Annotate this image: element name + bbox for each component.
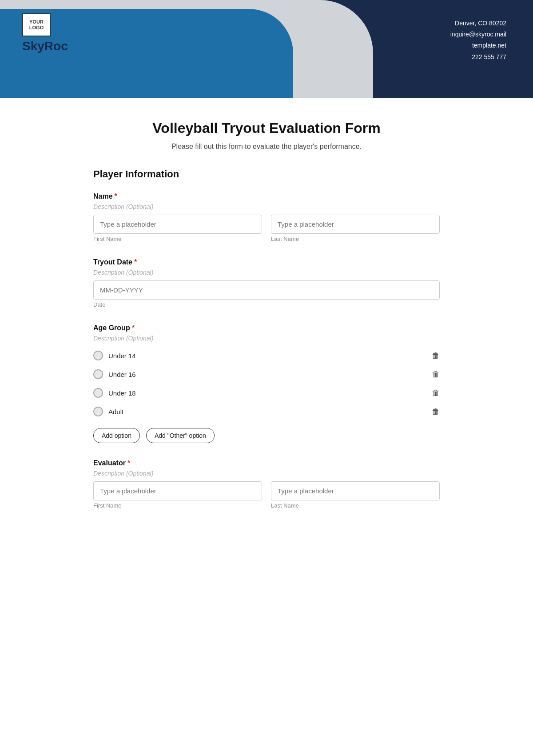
age-option-under14: Under 14 🗑 — [93, 346, 440, 365]
evaluator-last-name-sublabel: Last Name — [271, 502, 440, 509]
radio-under18[interactable] — [93, 388, 103, 398]
evaluator-last-name-input[interactable] — [271, 481, 440, 500]
name-sublabel-row: First Name Last Name — [93, 234, 440, 242]
form-title: Volleyball Tryout Evaluation Form — [93, 120, 440, 136]
evaluator-label: Evaluator* — [93, 459, 440, 467]
age-option-adult: Adult 🗑 — [93, 402, 440, 421]
field-tryout-date: Tryout Date* Description (Optional) Date — [93, 258, 440, 308]
age-option-under18: Under 18 🗑 — [93, 384, 440, 402]
add-other-option-button[interactable]: Add "Other" option — [146, 428, 215, 443]
contact-email: inquire@skyroc.mail — [450, 29, 506, 40]
contact-website: template.net — [450, 40, 506, 51]
radio-under14-label: Under 14 — [108, 352, 136, 360]
first-name-sublabel: First Name — [93, 236, 262, 242]
form-container: Volleyball Tryout Evaluation Form Please… — [67, 98, 466, 547]
page-header: YOUR LOGO SkyRoc Denver, CO 80202 inquir… — [0, 0, 533, 98]
contact-phone: 222 555 777 — [450, 52, 506, 63]
radio-under16[interactable] — [93, 369, 103, 379]
age-group-description: Description (Optional) — [93, 335, 440, 342]
delete-under16-icon[interactable]: 🗑 — [432, 370, 440, 379]
delete-under14-icon[interactable]: 🗑 — [432, 351, 440, 360]
radio-adult[interactable] — [93, 407, 103, 416]
radio-under18-label: Under 18 — [108, 389, 136, 397]
evaluator-first-name-input[interactable] — [93, 481, 262, 500]
evaluator-input-row — [93, 481, 440, 500]
tryout-date-description: Description (Optional) — [93, 269, 440, 276]
radio-adult-label: Adult — [108, 408, 123, 416]
field-evaluator: Evaluator* Description (Optional) First … — [93, 459, 440, 509]
tryout-date-input-wrap — [93, 280, 440, 300]
name-input-row — [93, 215, 440, 234]
radio-under14[interactable] — [93, 351, 103, 360]
tryout-date-label: Tryout Date* — [93, 258, 440, 266]
name-required-star: * — [115, 192, 117, 200]
name-description: Description (Optional) — [93, 203, 440, 210]
logo-box: YOUR LOGO — [22, 13, 51, 36]
field-name: Name* Description (Optional) First Name … — [93, 192, 440, 242]
first-name-input[interactable] — [93, 215, 262, 234]
age-group-label: Age Group* — [93, 324, 440, 332]
last-name-sublabel: Last Name — [271, 236, 440, 242]
age-group-required-star: * — [132, 324, 135, 332]
evaluator-first-name-sublabel: First Name — [93, 502, 262, 509]
tryout-date-sublabel: Date — [93, 301, 440, 308]
evaluator-description: Description (Optional) — [93, 470, 440, 477]
logo-area: YOUR LOGO SkyRoc — [22, 13, 68, 53]
evaluator-sublabel-row: First Name Last Name — [93, 500, 440, 509]
tryout-date-input[interactable] — [93, 280, 440, 300]
radio-under16-label: Under 16 — [108, 371, 136, 378]
brand-name: SkyRoc — [22, 39, 68, 53]
section-player-title: Player Information — [93, 168, 440, 180]
age-option-under16: Under 16 🗑 — [93, 365, 440, 384]
last-name-input[interactable] — [271, 215, 440, 234]
add-option-button[interactable]: Add option — [93, 428, 140, 443]
tryout-date-required-star: * — [134, 258, 137, 266]
delete-adult-icon[interactable]: 🗑 — [432, 407, 440, 416]
name-label: Name* — [93, 192, 440, 200]
header-contact: Denver, CO 80202 inquire@skyroc.mail tem… — [450, 18, 506, 63]
evaluator-required-star: * — [127, 459, 130, 467]
field-age-group: Age Group* Description (Optional) Under … — [93, 324, 440, 443]
contact-address: Denver, CO 80202 — [450, 18, 506, 29]
delete-under18-icon[interactable]: 🗑 — [432, 388, 440, 398]
add-option-row: Add option Add "Other" option — [93, 428, 440, 443]
form-subtitle: Please fill out this form to evaluate th… — [93, 143, 440, 151]
